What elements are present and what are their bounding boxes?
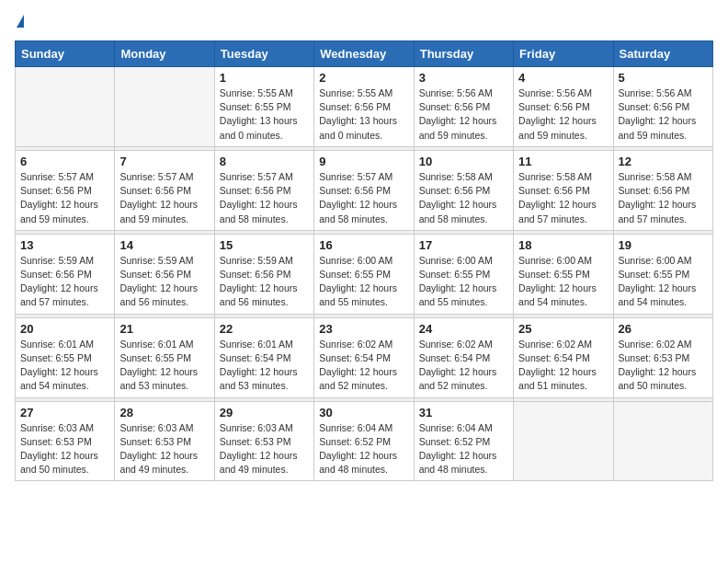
calendar-cell: 24Sunrise: 6:02 AMSunset: 6:54 PMDayligh… [414,317,513,397]
day-info: Sunrise: 6:00 AMSunset: 6:55 PMDaylight:… [518,254,608,310]
day-number: 27 [20,406,109,419]
day-info: Sunrise: 6:02 AMSunset: 6:54 PMDaylight:… [419,338,508,394]
calendar-cell: 12Sunrise: 5:58 AMSunset: 6:56 PMDayligh… [613,150,712,230]
day-info: Sunrise: 6:03 AMSunset: 6:53 PMDaylight:… [119,421,209,477]
day-info: Sunrise: 5:56 AMSunset: 6:56 PMDaylight:… [419,86,508,143]
calendar-cell: 10Sunrise: 5:58 AMSunset: 6:56 PMDayligh… [414,150,513,230]
calendar-week-row: 27Sunrise: 6:03 AMSunset: 6:53 PMDayligh… [16,401,713,481]
day-info: Sunrise: 6:02 AMSunset: 6:54 PMDaylight:… [518,338,608,394]
calendar-week-row: 1Sunrise: 5:55 AMSunset: 6:55 PMDaylight… [16,67,713,147]
day-number: 29 [220,406,309,419]
calendar-cell: 18Sunrise: 6:00 AMSunset: 6:55 PMDayligh… [514,234,613,314]
day-info: Sunrise: 5:58 AMSunset: 6:56 PMDaylight:… [419,170,508,226]
day-info: Sunrise: 5:55 AMSunset: 6:56 PMDaylight:… [319,86,408,143]
day-info: Sunrise: 6:02 AMSunset: 6:53 PMDaylight:… [619,338,708,394]
calendar-cell: 26Sunrise: 6:02 AMSunset: 6:53 PMDayligh… [613,317,712,397]
calendar-week-row: 6Sunrise: 5:57 AMSunset: 6:56 PMDaylight… [16,150,713,230]
day-info: Sunrise: 5:57 AMSunset: 6:56 PMDaylight:… [119,170,209,226]
day-info: Sunrise: 5:58 AMSunset: 6:56 PMDaylight:… [619,170,708,226]
day-info: Sunrise: 6:03 AMSunset: 6:53 PMDaylight:… [20,421,109,477]
day-number: 25 [518,322,608,336]
day-number: 7 [119,155,209,168]
day-number: 22 [220,322,309,336]
day-number: 8 [220,155,309,168]
day-number: 11 [518,155,608,168]
day-number: 24 [419,322,508,336]
day-info: Sunrise: 5:59 AMSunset: 6:56 PMDaylight:… [220,254,309,310]
day-info: Sunrise: 5:57 AMSunset: 6:56 PMDaylight:… [220,170,309,226]
day-number: 1 [220,71,309,85]
calendar-cell: 16Sunrise: 6:00 AMSunset: 6:55 PMDayligh… [314,234,414,314]
calendar-cell: 7Sunrise: 5:57 AMSunset: 6:56 PMDaylight… [115,150,214,230]
calendar-header-row: SundayMondayTuesdayWednesdayThursdayFrid… [16,41,713,67]
day-info: Sunrise: 6:02 AMSunset: 6:54 PMDaylight:… [319,338,408,394]
calendar-cell: 28Sunrise: 6:03 AMSunset: 6:53 PMDayligh… [115,401,214,481]
calendar-cell: 9Sunrise: 5:57 AMSunset: 6:56 PMDaylight… [314,150,414,230]
calendar-cell: 22Sunrise: 6:01 AMSunset: 6:54 PMDayligh… [214,317,313,397]
calendar-cell: 4Sunrise: 5:56 AMSunset: 6:56 PMDaylight… [514,67,613,147]
calendar-cell: 15Sunrise: 5:59 AMSunset: 6:56 PMDayligh… [214,234,313,314]
day-info: Sunrise: 5:59 AMSunset: 6:56 PMDaylight:… [20,254,109,310]
day-of-week-header: Sunday [16,41,115,67]
calendar-cell: 1Sunrise: 5:55 AMSunset: 6:55 PMDaylight… [214,67,313,147]
calendar-cell: 2Sunrise: 5:55 AMSunset: 6:56 PMDaylight… [314,67,414,147]
day-number: 19 [619,238,708,252]
day-number: 26 [619,322,708,336]
day-of-week-header: Thursday [414,41,513,67]
day-number: 21 [119,322,209,336]
day-info: Sunrise: 5:58 AMSunset: 6:56 PMDaylight:… [518,170,608,226]
day-info: Sunrise: 6:03 AMSunset: 6:53 PMDaylight:… [220,421,309,477]
day-number: 20 [20,322,109,336]
day-info: Sunrise: 6:01 AMSunset: 6:55 PMDaylight:… [20,338,109,394]
day-info: Sunrise: 6:04 AMSunset: 6:52 PMDaylight:… [419,421,508,477]
calendar-cell: 8Sunrise: 5:57 AMSunset: 6:56 PMDaylight… [214,150,313,230]
day-number: 3 [419,71,508,85]
day-info: Sunrise: 6:00 AMSunset: 6:55 PMDaylight:… [319,254,408,310]
calendar-cell: 5Sunrise: 5:56 AMSunset: 6:56 PMDaylight… [613,67,712,147]
day-info: Sunrise: 5:59 AMSunset: 6:56 PMDaylight:… [119,254,209,310]
calendar-cell: 17Sunrise: 6:00 AMSunset: 6:55 PMDayligh… [414,234,513,314]
calendar-cell: 13Sunrise: 5:59 AMSunset: 6:56 PMDayligh… [16,234,115,314]
calendar-cell: 19Sunrise: 6:00 AMSunset: 6:55 PMDayligh… [613,234,712,314]
day-of-week-header: Tuesday [214,41,313,67]
day-number: 12 [619,155,708,168]
calendar-cell: 30Sunrise: 6:04 AMSunset: 6:52 PMDayligh… [314,401,414,481]
day-info: Sunrise: 6:00 AMSunset: 6:55 PMDaylight:… [419,254,508,310]
day-number: 18 [518,238,608,252]
calendar-cell [16,67,115,147]
calendar-cell: 23Sunrise: 6:02 AMSunset: 6:54 PMDayligh… [314,317,414,397]
calendar-cell: 14Sunrise: 5:59 AMSunset: 6:56 PMDayligh… [115,234,214,314]
day-of-week-header: Monday [115,41,214,67]
day-number: 17 [419,238,508,252]
day-number: 4 [518,71,608,85]
day-info: Sunrise: 5:56 AMSunset: 6:56 PMDaylight:… [619,86,708,143]
logo [15,15,24,29]
day-info: Sunrise: 5:57 AMSunset: 6:56 PMDaylight:… [319,170,408,226]
day-number: 13 [20,238,109,252]
day-info: Sunrise: 6:01 AMSunset: 6:54 PMDaylight:… [220,338,309,394]
day-number: 23 [319,322,408,336]
calendar-cell: 20Sunrise: 6:01 AMSunset: 6:55 PMDayligh… [16,317,115,397]
calendar-cell [514,401,613,481]
calendar-cell: 29Sunrise: 6:03 AMSunset: 6:53 PMDayligh… [214,401,313,481]
calendar-table: SundayMondayTuesdayWednesdayThursdayFrid… [15,40,713,481]
day-number: 16 [319,238,408,252]
calendar-cell [115,67,214,147]
day-of-week-header: Saturday [613,41,712,67]
day-number: 2 [319,71,408,85]
day-of-week-header: Friday [514,41,613,67]
calendar-cell: 6Sunrise: 5:57 AMSunset: 6:56 PMDaylight… [16,150,115,230]
calendar-cell: 11Sunrise: 5:58 AMSunset: 6:56 PMDayligh… [514,150,613,230]
calendar-cell: 25Sunrise: 6:02 AMSunset: 6:54 PMDayligh… [514,317,613,397]
calendar-week-row: 13Sunrise: 5:59 AMSunset: 6:56 PMDayligh… [16,234,713,314]
day-number: 14 [119,238,209,252]
calendar-cell: 31Sunrise: 6:04 AMSunset: 6:52 PMDayligh… [414,401,513,481]
day-info: Sunrise: 5:56 AMSunset: 6:56 PMDaylight:… [518,86,608,143]
day-number: 15 [220,238,309,252]
day-info: Sunrise: 5:57 AMSunset: 6:56 PMDaylight:… [20,170,109,226]
calendar-cell: 27Sunrise: 6:03 AMSunset: 6:53 PMDayligh… [16,401,115,481]
logo-triangle-icon [17,15,24,28]
calendar-cell: 3Sunrise: 5:56 AMSunset: 6:56 PMDaylight… [414,67,513,147]
day-info: Sunrise: 6:04 AMSunset: 6:52 PMDaylight:… [319,421,408,477]
day-number: 9 [319,155,408,168]
